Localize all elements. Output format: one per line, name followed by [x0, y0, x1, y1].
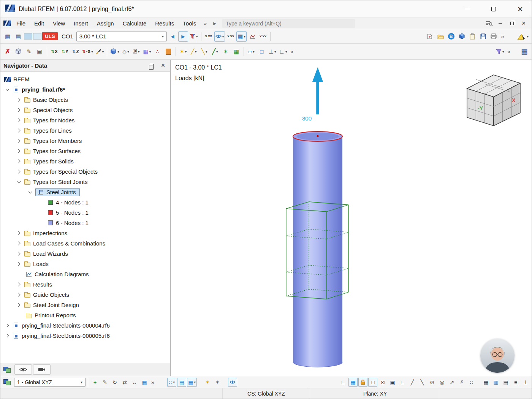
- ortho-mode-icon[interactable]: ∟: [398, 378, 407, 387]
- cs-move-icon[interactable]: ↔: [130, 378, 139, 387]
- filter-loadcases-icon[interactable]: ▾: [189, 31, 199, 42]
- chevron-right-icon[interactable]: [16, 230, 22, 236]
- doc-restore-button[interactable]: [506, 19, 518, 28]
- navigation-cube[interactable]: -Y X: [467, 75, 520, 126]
- load-case-combobox[interactable]: 3.00 * LC1 ▾: [76, 32, 167, 41]
- render-mode-icon[interactable]: ▾: [109, 46, 120, 57]
- camera-tab[interactable]: [33, 364, 51, 375]
- save-icon[interactable]: [478, 31, 488, 42]
- chevron-right-icon[interactable]: [16, 241, 22, 247]
- point-grid-icon[interactable]: ∷▾: [167, 378, 176, 387]
- table-edit-icon[interactable]: ▦: [3, 31, 13, 42]
- show-values-icon[interactable]: X.XX: [204, 31, 214, 42]
- cs-mirror-icon[interactable]: ⇄: [120, 378, 129, 387]
- insert-overflow-icon[interactable]: »: [289, 48, 295, 55]
- isometric-view-icon[interactable]: [13, 46, 23, 57]
- snap-lock-icon[interactable]: [358, 378, 367, 387]
- tree-item-results[interactable]: Results: [0, 279, 170, 290]
- tree-item-types-for-surfaces[interactable]: Types for Surfaces: [0, 146, 170, 156]
- tree-item-types-for-steel-joints[interactable]: Types for Steel Joints: [0, 177, 170, 187]
- rfem-model-icon[interactable]: [457, 31, 467, 42]
- export-dxf-icon[interactable]: [425, 31, 435, 42]
- visibility-filter-icon[interactable]: ▾: [495, 46, 505, 57]
- layout-columns-icon[interactable]: ▥: [491, 378, 500, 387]
- object-visibility-icon[interactable]: [228, 378, 237, 387]
- cs-edit-icon[interactable]: ✎: [100, 378, 109, 387]
- show-loads-eye-icon[interactable]: ▾: [214, 31, 225, 42]
- snap-node-icon[interactable]: ✶: [203, 378, 212, 387]
- tree-item-joint-6[interactable]: 6 - Nodes : 1: [0, 218, 170, 228]
- cs-new-icon[interactable]: +: [90, 378, 100, 387]
- menu-calculate[interactable]: Calculate: [119, 19, 151, 28]
- guide-line-icon[interactable]: ╱: [408, 378, 417, 387]
- intersection-snap-icon[interactable]: ✗: [457, 378, 466, 387]
- chevron-right-icon[interactable]: [16, 107, 22, 113]
- dimension-icon[interactable]: 10▾: [131, 46, 141, 57]
- minimize-button[interactable]: [456, 0, 478, 17]
- layers-icon[interactable]: ≡: [511, 378, 520, 387]
- menu-file[interactable]: File: [12, 19, 30, 28]
- chevron-right-icon[interactable]: [16, 117, 22, 124]
- design-situation-swatch-2[interactable]: [33, 33, 41, 40]
- chevron-right-icon[interactable]: [4, 333, 10, 339]
- doc-minimize-button[interactable]: [494, 19, 506, 28]
- print-icon[interactable]: [489, 31, 499, 42]
- shift-y-icon[interactable]: ⇅Y: [60, 46, 70, 57]
- tree-item-types-for-members[interactable]: Types for Members: [0, 136, 170, 146]
- search-options-icon[interactable]: [485, 19, 494, 28]
- close-button[interactable]: ×: [509, 0, 532, 17]
- run-keyword-icon[interactable]: ▶: [210, 19, 219, 28]
- show-result-diagram-icon[interactable]: [247, 31, 257, 42]
- chevron-right-icon[interactable]: [16, 128, 22, 134]
- tree-item-model[interactable]: prying_final.rf6*: [0, 84, 170, 95]
- table-view-icon[interactable]: ▤: [13, 31, 23, 42]
- chevron-right-icon[interactable]: [16, 292, 22, 298]
- tangent-snap-icon[interactable]: ↗: [447, 378, 456, 387]
- tree-item-types-for-lines[interactable]: Types for Lines: [0, 125, 170, 136]
- surface-mesh-icon[interactable]: ▦▾: [142, 46, 152, 57]
- tables-panel-icon[interactable]: ▦: [519, 46, 529, 57]
- open-folder-icon[interactable]: [435, 31, 445, 42]
- tree-item-guide-objects[interactable]: Guide Objects: [0, 290, 170, 300]
- deselect-window-icon[interactable]: ⊠: [378, 378, 387, 387]
- menu-assign[interactable]: Assign: [93, 19, 118, 28]
- tree-item-joint-5[interactable]: 5 - Nodes : 1: [0, 207, 170, 218]
- tree-item-rfem[interactable]: RFEM: [0, 74, 170, 84]
- line-grid-icon[interactable]: ▤: [177, 378, 186, 387]
- previous-loadcase-icon[interactable]: ◀: [168, 31, 177, 42]
- nodal-support-icon[interactable]: ⊥▾: [268, 46, 277, 57]
- tree-item-steeljoints-000004[interactable]: prying_final-SteelJoints-000004.rf6: [0, 320, 170, 331]
- maximize-button[interactable]: [482, 0, 505, 17]
- tree-item-printout-reports[interactable]: Printout Reports: [0, 310, 170, 320]
- new-member-icon[interactable]: ╱▾: [210, 46, 220, 57]
- invert-selection-icon[interactable]: ▣: [388, 378, 397, 387]
- load-arrow[interactable]: [312, 67, 323, 114]
- slash-snap-icon[interactable]: ╲: [418, 378, 427, 387]
- edit-notes-icon[interactable]: ✎: [24, 46, 34, 57]
- search-input[interactable]: [226, 21, 351, 27]
- tree-item-basic-objects[interactable]: Basic Objects: [0, 95, 170, 105]
- new-section-icon[interactable]: ▦: [231, 46, 241, 57]
- tree-item-steel-joint-design[interactable]: Steel Joint Design: [0, 300, 170, 310]
- new-member-set-icon[interactable]: ✶: [221, 46, 231, 57]
- copy-object-icon[interactable]: ▣: [35, 46, 44, 57]
- paintbrush-icon[interactable]: ▾: [95, 46, 105, 57]
- tree-item-loads[interactable]: Loads: [0, 259, 170, 269]
- dimension-style-icon[interactable]: ▾: [516, 31, 529, 42]
- chevron-right-icon[interactable]: [16, 97, 22, 103]
- close-panel-button[interactable]: ×: [159, 62, 167, 70]
- chevron-right-icon[interactable]: [16, 169, 22, 175]
- chevron-right-icon[interactable]: [16, 158, 22, 165]
- menu-view[interactable]: View: [49, 19, 69, 28]
- chevron-right-icon[interactable]: [16, 302, 22, 308]
- grid-dots-icon[interactable]: ∷: [467, 378, 476, 387]
- right-overflow-icon[interactable]: »: [506, 48, 512, 55]
- chevron-right-icon[interactable]: [16, 138, 22, 144]
- center-snap-icon[interactable]: ◎: [437, 378, 446, 387]
- wall-icon[interactable]: [163, 46, 173, 57]
- cube-face-label-y[interactable]: -Y: [478, 105, 483, 111]
- chevron-right-icon[interactable]: [16, 148, 22, 154]
- chevron-down-icon[interactable]: [27, 189, 33, 195]
- cs-overflow-icon[interactable]: »: [150, 379, 156, 385]
- menu-overflow-icon[interactable]: »: [201, 19, 210, 28]
